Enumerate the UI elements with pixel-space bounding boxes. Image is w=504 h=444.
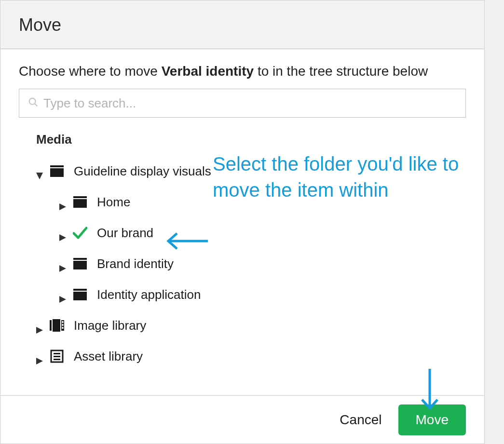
svg-marker-15 bbox=[36, 327, 43, 334]
chevron-right-icon[interactable] bbox=[36, 353, 43, 360]
folder-icon bbox=[50, 165, 64, 177]
folder-icon bbox=[73, 196, 87, 208]
tree-node-identity-application[interactable]: Identity application bbox=[59, 279, 466, 310]
folder-icon bbox=[73, 258, 87, 269]
asset-library-icon bbox=[50, 350, 64, 363]
tree-node-asset-library[interactable]: Asset library bbox=[36, 341, 466, 372]
svg-rect-13 bbox=[73, 289, 87, 291]
move-button[interactable]: Move bbox=[398, 404, 466, 435]
svg-rect-3 bbox=[50, 165, 64, 167]
svg-rect-19 bbox=[62, 321, 64, 323]
svg-marker-5 bbox=[59, 203, 66, 210]
chevron-right-icon[interactable] bbox=[59, 260, 66, 267]
tree-node-label: Home bbox=[97, 195, 130, 210]
tree-root-label: Media bbox=[36, 132, 466, 147]
svg-rect-14 bbox=[73, 292, 87, 300]
svg-rect-10 bbox=[73, 258, 87, 260]
svg-rect-16 bbox=[50, 320, 52, 331]
svg-marker-12 bbox=[59, 296, 66, 303]
svg-line-1 bbox=[35, 104, 37, 106]
dialog-title: Move bbox=[19, 15, 466, 35]
tree-node-guideline[interactable]: Guideline display visuals bbox=[36, 156, 466, 187]
tree-node-image-library[interactable]: Image library bbox=[36, 310, 466, 341]
svg-point-0 bbox=[29, 98, 36, 105]
tree-children: Home Our brand bbox=[36, 187, 466, 310]
dialog-header: Move bbox=[0, 0, 484, 49]
svg-rect-20 bbox=[62, 324, 64, 326]
tree-node-label: Image library bbox=[74, 318, 146, 333]
svg-rect-7 bbox=[73, 199, 87, 208]
chevron-right-icon[interactable] bbox=[59, 199, 66, 205]
tree-node-label: Identity application bbox=[97, 287, 201, 302]
svg-marker-2 bbox=[36, 173, 43, 179]
chevron-right-icon[interactable] bbox=[59, 229, 66, 236]
svg-marker-9 bbox=[59, 265, 66, 272]
tree-node-our-brand[interactable]: Our brand bbox=[59, 217, 466, 248]
tree-node-label: Our brand bbox=[97, 226, 153, 241]
tree-node-home[interactable]: Home bbox=[59, 187, 466, 217]
instruction-suffix: to in the tree structure below bbox=[254, 64, 428, 79]
svg-rect-11 bbox=[73, 261, 87, 269]
svg-rect-17 bbox=[53, 319, 60, 332]
folder-tree: Media Guideline display visuals bbox=[19, 132, 466, 372]
move-dialog: Move Choose where to move Verbal identit… bbox=[0, 0, 485, 444]
search-container[interactable] bbox=[19, 89, 466, 118]
checkmark-icon bbox=[73, 227, 87, 239]
svg-marker-22 bbox=[36, 358, 43, 364]
tree-node-label: Brand identity bbox=[97, 256, 174, 271]
moving-item-name: Verbal identity bbox=[162, 64, 254, 79]
chevron-down-icon[interactable] bbox=[36, 168, 43, 175]
search-input[interactable] bbox=[43, 96, 457, 111]
chevron-right-icon[interactable] bbox=[59, 291, 66, 298]
svg-rect-25 bbox=[54, 356, 60, 357]
tree-node-label: Guideline display visuals bbox=[74, 164, 211, 179]
instruction-text: Choose where to move Verbal identity to … bbox=[19, 64, 466, 79]
folder-icon bbox=[73, 289, 87, 300]
svg-rect-6 bbox=[73, 196, 87, 198]
svg-rect-21 bbox=[62, 327, 64, 329]
svg-rect-26 bbox=[54, 359, 60, 360]
image-library-icon bbox=[50, 319, 64, 332]
dialog-footer: Cancel Move bbox=[0, 395, 484, 444]
tree-node-brand-identity[interactable]: Brand identity bbox=[59, 248, 466, 279]
dialog-body: Choose where to move Verbal identity to … bbox=[0, 49, 484, 377]
svg-marker-8 bbox=[59, 234, 66, 241]
cancel-button[interactable]: Cancel bbox=[338, 407, 383, 432]
chevron-right-icon[interactable] bbox=[36, 322, 43, 329]
instruction-prefix: Choose where to move bbox=[19, 64, 162, 79]
tree-node-label: Asset library bbox=[74, 349, 143, 364]
svg-rect-24 bbox=[54, 353, 60, 354]
search-icon bbox=[28, 97, 39, 109]
svg-rect-4 bbox=[50, 168, 64, 177]
